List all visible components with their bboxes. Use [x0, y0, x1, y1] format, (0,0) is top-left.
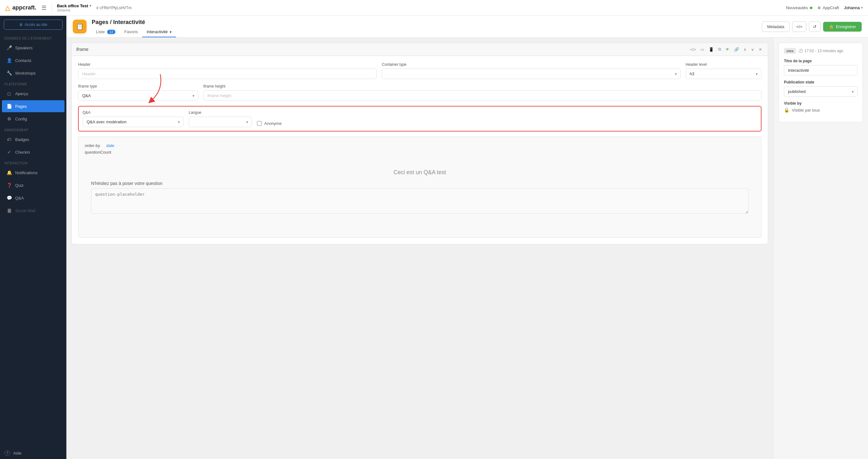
section-label-interaction: INTERACTION: [0, 158, 66, 166]
logo: △ appcraft.: [5, 4, 36, 12]
time-label: 🕐 17:02 - 13 minutes ago: [799, 49, 843, 53]
question-input[interactable]: [91, 188, 748, 214]
form-group-anonyme: Anonyme: [257, 110, 282, 127]
sidebar-item-label: Social Wall: [15, 208, 35, 213]
iframe-type-wrapper: Q&A: [78, 90, 198, 101]
widget-title: iframe: [76, 47, 89, 52]
qa-select[interactable]: Q&A avec modération: [83, 117, 184, 127]
apercu-icon: ◻: [6, 91, 12, 96]
close-button[interactable]: ✕: [757, 47, 763, 53]
header-label: Header: [78, 62, 377, 67]
form-group-langue: Langue: [189, 110, 252, 127]
user-menu[interactable]: Johanna ▾: [844, 5, 863, 10]
mobile-view-button[interactable]: 📱: [707, 47, 715, 53]
sidebar-item-label: Q&A: [15, 196, 24, 201]
logo-icon: △: [5, 4, 10, 12]
desktop-view-button[interactable]: ▭: [699, 47, 706, 53]
chevron-down-button[interactable]: ∨: [750, 47, 755, 53]
topbar-right: Nouveautés ⚙ AppCraft Johanna ▾: [786, 5, 863, 10]
widget-iframe: iframe </> ▭ 📱 ⧉ 👁 🔗 ∧ ∨ ✕: [71, 43, 768, 244]
form-row-1: Header Container type: [78, 62, 762, 79]
page-title-input[interactable]: [784, 65, 858, 75]
question-prompt: N'hésitez pas à poser votre question: [91, 181, 748, 186]
copy-button[interactable]: ⧉: [717, 46, 722, 53]
socialwall-icon: 📋: [6, 208, 12, 213]
config-icon: ⚙: [6, 116, 12, 122]
langue-select-wrapper: [189, 117, 252, 127]
page-header-actions: Metadata </> ↺ 🔒 Enregistrer: [762, 22, 862, 32]
main-area: 📋 Pages / Interactivité Liste 12 Favoris…: [66, 16, 868, 459]
sidebar-item-checkin[interactable]: ✓ Checkin: [2, 146, 64, 158]
monitor-icon: 🖥: [19, 23, 23, 27]
tab-interactivite[interactable]: Interactivité ▾: [142, 27, 176, 37]
chevron-up-button[interactable]: ∧: [742, 47, 748, 53]
iframe-height-label: Iframe height: [203, 84, 762, 89]
content-area: iframe </> ▭ 📱 ⧉ 👁 🔗 ∧ ∨ ✕: [66, 38, 868, 459]
widget-body: Header Container type: [72, 56, 768, 244]
sidebar-item-notifications[interactable]: 🔔 Notifications: [2, 166, 64, 179]
form-group-container-type: Container type: [382, 62, 681, 79]
right-panel-header: cms 🕐 17:02 - 13 minutes ago: [784, 48, 858, 54]
hamburger-icon[interactable]: ☰: [41, 4, 46, 11]
sidebar-bottom: ? Aide: [0, 447, 66, 459]
metadata-button[interactable]: Metadata: [762, 22, 789, 32]
topbar: △ appcraft. ☰ Back office Test ▾ Johanna…: [0, 0, 868, 16]
qa-select-wrapper: Q&A avec modération: [83, 117, 184, 127]
acces-button[interactable]: 🖥 Accès au site: [4, 20, 63, 30]
sidebar-item-label: Config: [15, 117, 27, 121]
link-button[interactable]: 🔗: [733, 47, 740, 53]
header-level-select[interactable]: h3: [686, 69, 762, 79]
sidebar-item-contacts[interactable]: 👤 Contacts: [2, 54, 64, 66]
topbar-divider: [52, 4, 52, 12]
iframe-height-input[interactable]: [203, 90, 762, 101]
code-view-button[interactable]: </>: [689, 47, 697, 53]
right-panel-field-visible: Visible by 🔒 Visible par tous: [784, 101, 858, 113]
sidebar-item-config[interactable]: ⚙ Config: [2, 113, 64, 125]
sidebar-item-badges[interactable]: 🏷 Badges: [2, 133, 64, 145]
eye-button[interactable]: 👁: [724, 47, 731, 53]
container-type-select[interactable]: [382, 69, 681, 79]
langue-select[interactable]: [189, 117, 252, 127]
header-level-wrapper: h3: [686, 69, 762, 79]
header-input[interactable]: [78, 69, 377, 79]
history-button[interactable]: ↺: [809, 22, 820, 32]
hash-code: # cFRbYPfyLsHVTm: [96, 6, 131, 10]
iframe-type-select[interactable]: Q&A: [78, 90, 198, 101]
form-row-2: Iframe type Q&A Iframe height: [78, 84, 762, 101]
tab-favoris[interactable]: Favoris: [120, 27, 142, 37]
form-group-iframe-height: Iframe height: [203, 84, 762, 101]
backoffice-info: Back office Test ▾ Johanna: [57, 3, 91, 12]
sidebar-item-apercu[interactable]: ◻ Aperçu: [2, 88, 64, 99]
section-label-event: DONNÉES DE L'ÉVÉNEMENT: [0, 33, 66, 41]
header-level-label: Header level: [686, 62, 762, 67]
form-group-qa: Q&A Q&A avec modération: [83, 110, 184, 127]
right-panel-field-title: Titre de la page: [784, 59, 858, 75]
qa-section: Q&A Q&A avec modération Langue: [78, 106, 762, 131]
sidebar-item-qna[interactable]: 💬 Q&A: [2, 192, 64, 204]
qa-label: Q&A: [83, 110, 184, 115]
save-button[interactable]: 🔒 Enregistrer: [823, 22, 862, 32]
sidebar-item-pages[interactable]: 📄 Pages: [2, 100, 64, 112]
qa-title: Ceci est un Q&A test: [91, 169, 748, 176]
code-button[interactable]: </>: [792, 22, 806, 32]
help-item[interactable]: ? Aide: [4, 450, 62, 456]
visible-row: 🔒 Visible par tous: [784, 108, 858, 113]
appcraft-link[interactable]: ⚙ AppCraft: [817, 5, 839, 10]
order-by-label: order-by: [85, 143, 100, 148]
sidebar-item-speakers[interactable]: 🎤 Speakers: [2, 42, 64, 54]
tab-liste[interactable]: Liste 12: [92, 27, 120, 37]
nouveautes[interactable]: Nouveautés: [786, 5, 812, 10]
publication-select[interactable]: published: [784, 86, 858, 97]
page-tabs: Liste 12 Favoris Interactivité ▾: [92, 27, 757, 37]
right-panel: cms 🕐 17:02 - 13 minutes ago Titre de la…: [773, 38, 868, 459]
qa-form-row: Q&A Q&A avec modération Langue: [83, 110, 757, 127]
badges-icon: 🏷: [6, 136, 12, 142]
sidebar-item-socialwall: 📋 Social Wall: [2, 205, 64, 217]
sidebar-item-label: Contacts: [15, 58, 31, 63]
sidebar-item-quiz[interactable]: ❓ Quiz: [2, 179, 64, 191]
anonyme-checkbox[interactable]: [257, 121, 262, 126]
page-header-info: Pages / Interactivité Liste 12 Favoris I…: [92, 16, 757, 37]
preview-count-row: questionCount: [85, 150, 755, 155]
sidebar-item-workshops[interactable]: 🔧 Workshops: [2, 67, 64, 79]
sidebar-item-label: Checkin: [15, 150, 30, 155]
